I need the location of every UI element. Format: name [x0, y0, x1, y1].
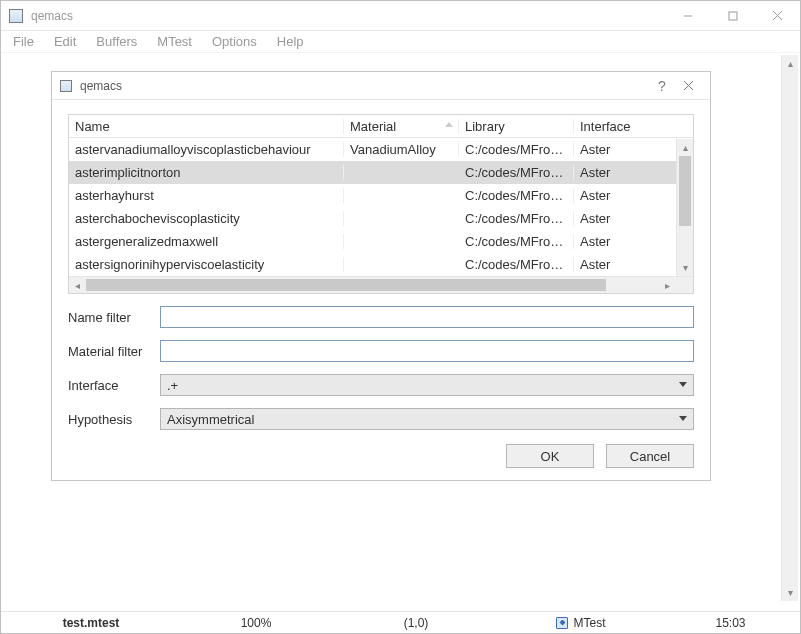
table-vertical-scrollbar[interactable]: ▴ ▾ [676, 139, 693, 276]
menu-mtest[interactable]: MTest [147, 32, 202, 51]
material-filter-input[interactable] [160, 340, 694, 362]
name-filter-label: Name filter [68, 310, 160, 325]
cancel-button[interactable]: Cancel [606, 444, 694, 468]
scrollbar-corner [676, 277, 693, 293]
chevron-down-icon [679, 416, 687, 421]
status-zoom: 100% [181, 616, 331, 630]
cell-library: C:/codes/MFron... [459, 211, 574, 226]
scroll-left-icon[interactable]: ◂ [69, 277, 86, 293]
behaviour-dialog: qemacs ? Name Material Library Interface [51, 71, 711, 481]
table-row[interactable]: astersignorinihyperviscoelasticityC:/cod… [69, 253, 693, 276]
minimize-button[interactable] [665, 1, 710, 30]
material-filter-label: Material filter [68, 344, 160, 359]
cell-interface: Aster [574, 211, 654, 226]
scrollbar-thumb[interactable] [86, 279, 606, 291]
hypothesis-combo-value: Axisymmetrical [167, 412, 254, 427]
cell-interface: Aster [574, 257, 654, 272]
cell-interface: Aster [574, 234, 654, 249]
mode-icon [556, 617, 568, 629]
table-row[interactable]: astergeneralizedmaxwellC:/codes/MFron...… [69, 230, 693, 253]
table-header-material[interactable]: Material [344, 119, 459, 134]
table-header[interactable]: Name Material Library Interface [69, 115, 693, 138]
table-header-interface[interactable]: Interface [574, 119, 654, 134]
menu-file[interactable]: File [3, 32, 44, 51]
window-title: qemacs [31, 9, 73, 23]
status-filename: test.mtest [1, 616, 181, 630]
table-row[interactable]: asterhayhurstC:/codes/MFron...Aster [69, 184, 693, 207]
scroll-up-icon[interactable]: ▴ [782, 55, 798, 72]
scroll-up-icon[interactable]: ▴ [677, 139, 693, 156]
cell-material: VanadiumAlloy [344, 142, 459, 157]
scroll-down-icon[interactable]: ▾ [677, 259, 693, 276]
interface-combo[interactable]: .+ [160, 374, 694, 396]
hypothesis-label: Hypothesis [68, 412, 160, 427]
main-window: qemacs File Edit Buffers MTest Options H… [0, 0, 801, 634]
statusbar: test.mtest 100% (1,0) MTest 15:03 [1, 611, 800, 633]
dialog-titlebar[interactable]: qemacs ? [52, 72, 710, 100]
cell-name: asterhayhurst [69, 188, 344, 203]
menu-buffers[interactable]: Buffers [86, 32, 147, 51]
table-row[interactable]: asterchabocheviscoplasticityC:/codes/MFr… [69, 207, 693, 230]
editor-area: ▴ ▾ qemacs ? Name Material [1, 53, 800, 611]
scrollbar-thumb[interactable] [679, 156, 691, 226]
cell-library: C:/codes/MFron... [459, 165, 574, 180]
dialog-app-icon [60, 80, 72, 92]
menu-options[interactable]: Options [202, 32, 267, 51]
hypothesis-combo[interactable]: Axisymmetrical [160, 408, 694, 430]
menu-help[interactable]: Help [267, 32, 314, 51]
status-cursor-position: (1,0) [331, 616, 501, 630]
table-header-name[interactable]: Name [69, 119, 344, 134]
dialog-help-button[interactable]: ? [650, 78, 674, 94]
status-mode: MTest [501, 616, 661, 630]
dialog-title: qemacs [80, 79, 122, 93]
window-controls [665, 1, 800, 30]
menu-edit[interactable]: Edit [44, 32, 86, 51]
scroll-right-icon[interactable]: ▸ [659, 277, 676, 293]
cell-name: astergeneralizedmaxwell [69, 234, 344, 249]
cell-library: C:/codes/MFron... [459, 257, 574, 272]
titlebar: qemacs [1, 1, 800, 31]
cell-library: C:/codes/MFron... [459, 234, 574, 249]
table-row[interactable]: astervanadiumalloyviscoplasticbehaviourV… [69, 138, 693, 161]
interface-combo-value: .+ [167, 378, 178, 393]
cell-interface: Aster [574, 165, 654, 180]
menubar: File Edit Buffers MTest Options Help [1, 31, 800, 53]
cell-name: astersignorinihyperviscoelasticity [69, 257, 344, 272]
cell-interface: Aster [574, 188, 654, 203]
cell-name: asterchabocheviscoplasticity [69, 211, 344, 226]
cell-library: C:/codes/MFron... [459, 142, 574, 157]
close-button[interactable] [755, 1, 800, 30]
table-row[interactable]: asterimplicitnortonC:/codes/MFron...Aste… [69, 161, 693, 184]
behaviour-table[interactable]: Name Material Library Interface astervan… [68, 114, 694, 294]
name-filter-input[interactable] [160, 306, 694, 328]
cell-interface: Aster [574, 142, 654, 157]
table-horizontal-scrollbar[interactable]: ◂ ▸ [69, 276, 693, 293]
cell-library: C:/codes/MFron... [459, 188, 574, 203]
chevron-down-icon [679, 382, 687, 387]
cell-name: astervanadiumalloyviscoplasticbehaviour [69, 142, 344, 157]
table-header-library[interactable]: Library [459, 119, 574, 134]
table-body[interactable]: astervanadiumalloyviscoplasticbehaviourV… [69, 138, 693, 276]
status-time: 15:03 [661, 616, 800, 630]
cell-name: asterimplicitnorton [69, 165, 344, 180]
ok-button[interactable]: OK [506, 444, 594, 468]
svg-rect-1 [729, 12, 737, 20]
app-icon [9, 9, 23, 23]
maximize-button[interactable] [710, 1, 755, 30]
dialog-close-button[interactable] [674, 76, 702, 96]
interface-label: Interface [68, 378, 160, 393]
scroll-down-icon[interactable]: ▾ [782, 584, 798, 601]
status-mode-label: MTest [573, 616, 605, 630]
editor-vertical-scrollbar[interactable]: ▴ ▾ [781, 55, 798, 601]
